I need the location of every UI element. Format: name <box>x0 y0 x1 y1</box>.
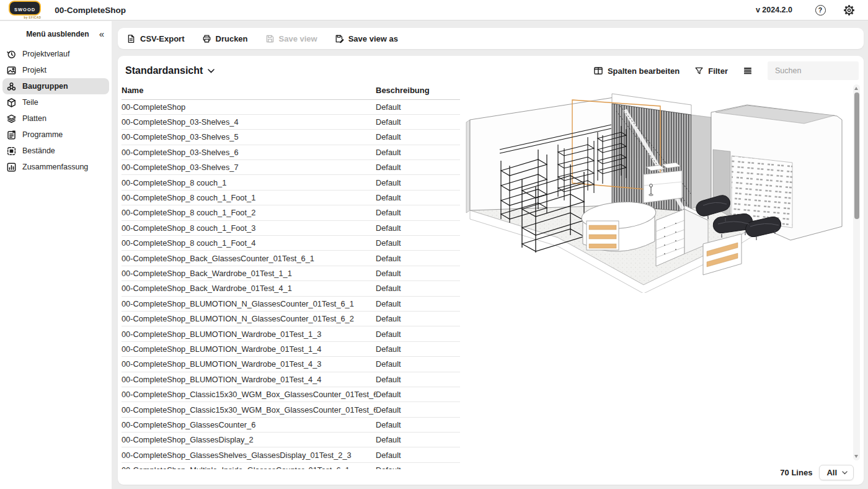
cell-beschreibung[interactable]: Default <box>376 205 460 220</box>
cell-beschreibung[interactable]: Default <box>376 145 460 159</box>
csv-export-button[interactable]: CSV-Export <box>126 34 185 43</box>
sidebar-item-projektverlauf[interactable]: Projektverlauf <box>2 46 109 62</box>
table-row[interactable]: 00-CompleteShop_03-Shelves_6 Default <box>122 145 460 159</box>
cell-beschreibung[interactable]: Default <box>376 236 460 251</box>
cell-name[interactable]: 00-CompleteShop_GlassesShelves_GlassesDi… <box>122 447 376 462</box>
settings-button[interactable] <box>842 3 856 17</box>
sidebar-item-platten[interactable]: Platten <box>2 110 109 127</box>
cell-beschreibung[interactable]: Default <box>376 341 460 356</box>
table-row[interactable]: 00-CompleteShop_Back_GlassesCounter_01Te… <box>122 251 460 266</box>
table-row[interactable]: 00-CompleteShop_Classic15x30_WGM_Box_Gla… <box>122 387 460 402</box>
cell-beschreibung[interactable]: Default <box>376 387 460 402</box>
table-row[interactable]: 00-CompleteShop_8 couch_1_Foot_1 Default <box>122 190 460 205</box>
table-row[interactable]: 00-CompleteShop_BLUMOTION_Wardrobe_01Tes… <box>122 372 460 387</box>
cell-name[interactable]: 00-CompleteShop_8 couch_1_Foot_4 <box>122 236 376 251</box>
cell-name[interactable]: 00-CompleteShop_8 couch_1_Foot_3 <box>122 220 376 235</box>
hide-menu-button[interactable]: Menü ausblenden « <box>0 27 112 41</box>
cell-beschreibung[interactable]: Default <box>376 296 460 311</box>
table-row[interactable]: 00-CompleteShop_03-Shelves_4 Default <box>122 114 460 129</box>
cell-beschreibung[interactable]: Default <box>376 447 460 462</box>
table-row[interactable]: 00-CompleteShop_8 couch_1_Foot_2 Default <box>122 205 460 220</box>
table-row[interactable]: 00-CompleteShop_BLUMOTION_Wardrobe_01Tes… <box>122 326 460 341</box>
table-row[interactable]: 00-CompleteShop_Back_Wardrobe_01Test_4_1… <box>122 281 460 296</box>
cell-beschreibung[interactable]: Default <box>376 433 460 447</box>
vertical-scrollbar[interactable] <box>853 84 860 460</box>
sidebar-item-bestaende[interactable]: Bestände <box>2 143 109 159</box>
cell-name[interactable]: 00-CompleteShop_03-Shelves_6 <box>122 145 376 159</box>
cell-beschreibung[interactable]: Default <box>376 114 460 129</box>
table-row[interactable]: 00-CompleteShop_03-Shelves_7 Default <box>122 160 460 175</box>
cell-name[interactable]: 00-CompleteShop_BLUMOTION_Wardrobe_01Tes… <box>122 326 376 341</box>
table-row[interactable]: 00-CompleteShop_BLUMOTION_Wardrobe_01Tes… <box>122 357 460 372</box>
save-view-as-button[interactable]: Save view as <box>335 34 398 43</box>
cell-name[interactable]: 00-CompleteShop_BLUMOTION_Wardrobe_01Tes… <box>122 341 376 356</box>
table-row[interactable]: 00-CompleteShop Default <box>122 99 460 114</box>
help-button[interactable]: ? <box>813 3 827 17</box>
cell-beschreibung[interactable]: Default <box>376 160 460 175</box>
cell-beschreibung[interactable]: Default <box>376 175 460 190</box>
sidebar-item-programme[interactable]: Programme <box>2 127 109 143</box>
cell-name[interactable]: 00-CompleteShop_BLUMOTION_Wardrobe_01Tes… <box>122 372 376 387</box>
cell-name[interactable]: 00-CompleteShop_BLUMOTION_N_GlassesCount… <box>122 296 376 311</box>
table-row[interactable]: 00-CompleteShop_8 couch_1_Foot_4 Default <box>122 236 460 251</box>
cell-beschreibung[interactable]: Default <box>376 311 460 326</box>
cell-name[interactable]: 00-CompleteShop_Back_Wardrobe_01Test_4_1 <box>122 281 376 296</box>
table-row[interactable]: 00-CompleteShop_GlassesShelves_GlassesDi… <box>122 447 460 462</box>
cell-name[interactable]: 00-CompleteShop_8 couch_1_Foot_2 <box>122 205 376 220</box>
cell-name[interactable]: 00-CompleteShop <box>122 99 376 114</box>
search-input[interactable] <box>768 61 859 80</box>
sidebar-item-baugruppen[interactable]: Baugruppen <box>2 78 109 94</box>
scrollbar-thumb[interactable] <box>854 92 859 219</box>
save-view-button[interactable]: Save view <box>265 34 317 43</box>
table-row[interactable]: 00-CompleteShop_Back_Wardrobe_01Test_1_1… <box>122 266 460 280</box>
cell-beschreibung[interactable]: Default <box>376 372 460 387</box>
table-row[interactable]: 00-CompleteShop_BLUMOTION_N_GlassesCount… <box>122 311 460 326</box>
cell-name[interactable]: 00-CompleteShop_03-Shelves_5 <box>122 130 376 145</box>
cell-beschreibung[interactable]: Default <box>376 462 460 469</box>
table-row[interactable]: 00-CompleteShop_03-Shelves_5 Default <box>122 130 460 145</box>
filter-button[interactable]: Filter <box>694 66 728 76</box>
cell-beschreibung[interactable]: Default <box>376 326 460 341</box>
table-row[interactable]: 00-CompleteShop_BLUMOTION_N_GlassesCount… <box>122 296 460 311</box>
view-selector[interactable]: Standardansicht <box>125 65 215 76</box>
table-row[interactable]: 00-CompleteShop_8 couch_1_Foot_3 Default <box>122 220 460 235</box>
cell-beschreibung[interactable]: Default <box>376 251 460 266</box>
cell-name[interactable]: 00-CompleteShop_Back_GlassesCounter_01Te… <box>122 251 376 266</box>
cell-name[interactable]: 00-CompleteShop_Multiple_Inside_GlassesC… <box>122 462 376 469</box>
cell-name[interactable]: 00-CompleteShop_Back_Wardrobe_01Test_1_1 <box>122 266 376 280</box>
table-row[interactable]: 00-CompleteShop_8 couch_1 Default <box>122 175 460 190</box>
cell-beschreibung[interactable]: Default <box>376 281 460 296</box>
cell-name[interactable]: 00-CompleteShop_GlassesCounter_6 <box>122 417 376 432</box>
cell-name[interactable]: 00-CompleteShop_Classic15x30_WGM_Box_Gla… <box>122 387 376 402</box>
row-density-button[interactable] <box>743 66 753 76</box>
scroll-down-arrow[interactable] <box>854 455 858 458</box>
sidebar-item-teile[interactable]: Teile <box>2 94 109 110</box>
cell-beschreibung[interactable]: Default <box>376 130 460 145</box>
edit-columns-button[interactable]: Spalten bearbeiten <box>593 66 680 76</box>
cell-name[interactable]: 00-CompleteShop_Classic15x30_WGM_Box_Gla… <box>122 402 376 417</box>
cell-beschreibung[interactable]: Default <box>376 402 460 417</box>
table-row[interactable]: 00-CompleteShop_BLUMOTION_Wardrobe_01Tes… <box>122 341 460 356</box>
scroll-up-arrow[interactable] <box>854 87 858 90</box>
print-button[interactable]: Drucken <box>202 34 248 43</box>
cell-name[interactable]: 00-CompleteShop_BLUMOTION_Wardrobe_01Tes… <box>122 357 376 372</box>
page-size-select[interactable]: All <box>819 465 854 480</box>
table-row[interactable]: 00-CompleteShop_GlassesDisplay_2 Default <box>122 433 460 447</box>
cell-beschreibung[interactable]: Default <box>376 190 460 205</box>
cell-beschreibung[interactable]: Default <box>376 99 460 114</box>
cell-name[interactable]: 00-CompleteShop_GlassesDisplay_2 <box>122 433 376 447</box>
cell-name[interactable]: 00-CompleteShop_8 couch_1_Foot_1 <box>122 190 376 205</box>
cell-name[interactable]: 00-CompleteShop_8 couch_1 <box>122 175 376 190</box>
cell-beschreibung[interactable]: Default <box>376 266 460 280</box>
cell-beschreibung[interactable]: Default <box>376 417 460 432</box>
cell-name[interactable]: 00-CompleteShop_03-Shelves_7 <box>122 160 376 175</box>
cell-beschreibung[interactable]: Default <box>376 357 460 372</box>
table-row[interactable]: 00-CompleteShop_Classic15x30_WGM_Box_Gla… <box>122 402 460 417</box>
cell-name[interactable]: 00-CompleteShop_03-Shelves_4 <box>122 114 376 129</box>
table-row[interactable]: 00-CompleteShop_GlassesCounter_6 Default <box>122 417 460 432</box>
table-row[interactable]: 00-CompleteShop_Multiple_Inside_GlassesC… <box>122 462 460 469</box>
sidebar-item-projekt[interactable]: Projekt <box>2 62 109 78</box>
cell-beschreibung[interactable]: Default <box>376 220 460 235</box>
sidebar-item-zusammenfassung[interactable]: Zusammenfassung <box>2 159 109 175</box>
cell-name[interactable]: 00-CompleteShop_BLUMOTION_N_GlassesCount… <box>122 311 376 326</box>
